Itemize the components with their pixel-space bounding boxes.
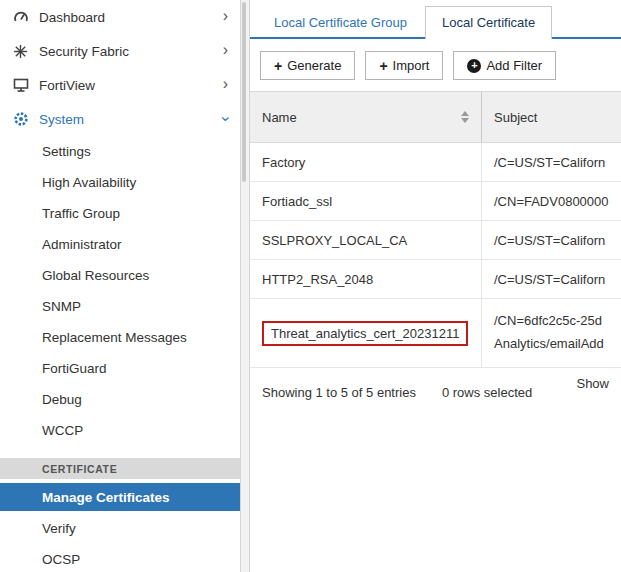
- cert-subject-cell: /C=US/ST=Californ: [482, 221, 621, 259]
- cert-name-cell: HTTP2_RSA_2048: [250, 260, 482, 298]
- showing-entries-text: Showing 1 to 5 of 5 entries: [262, 385, 416, 400]
- sidebar-item-label: Debug: [42, 392, 82, 407]
- sidebar-item-security-fabric[interactable]: Security Fabric ›: [0, 34, 240, 68]
- sidebar-item-manage-certificates[interactable]: Manage Certificates: [0, 483, 240, 511]
- cert-name: SSLPROXY_LOCAL_CA: [262, 233, 407, 248]
- sidebar-item-debug[interactable]: Debug: [0, 384, 240, 415]
- add-filter-label: Add Filter: [486, 58, 542, 73]
- chevron-down-icon: ›: [217, 116, 233, 121]
- cert-subject-cell: /CN=FADV0800000: [482, 182, 621, 220]
- add-filter-button[interactable]: + Add Filter: [453, 51, 556, 80]
- generate-label: Generate: [287, 58, 341, 73]
- sidebar-item-snmp[interactable]: SNMP: [0, 291, 240, 322]
- cert-name-cell: SSLPROXY_LOCAL_CA: [250, 221, 482, 259]
- rows-selected-text: 0 rows selected: [442, 385, 532, 400]
- chevron-right-icon: ›: [223, 8, 228, 24]
- sidebar-item-label: WCCP: [42, 423, 83, 438]
- sidebar-item-label: Settings: [42, 144, 91, 159]
- sidebar-item-fortiguard[interactable]: FortiGuard: [0, 353, 240, 384]
- sidebar-item-replacement-messages[interactable]: Replacement Messages: [0, 322, 240, 353]
- sidebar-item-traffic-group[interactable]: Traffic Group: [0, 198, 240, 229]
- sidebar-item-label: Traffic Group: [42, 206, 120, 221]
- column-label-name: Name: [262, 110, 297, 125]
- plus-icon: +: [274, 59, 282, 73]
- show-entries-control[interactable]: Show: [576, 376, 609, 391]
- sidebar-item-label: Security Fabric: [39, 44, 223, 59]
- cert-subject-cell: /C=US/ST=Californ: [482, 143, 621, 181]
- sidebar-item-fortiview[interactable]: FortiView ›: [0, 68, 240, 102]
- circle-plus-icon: +: [467, 59, 481, 73]
- cert-name-cell: Factory: [250, 143, 482, 181]
- sidebar-item-label: Dashboard: [39, 10, 223, 25]
- column-header-subject[interactable]: Subject: [482, 92, 621, 142]
- sidebar-item-label: Global Resources: [42, 268, 149, 283]
- sidebar: Dashboard › Security Fabric › FortiView …: [0, 0, 240, 572]
- cert-name: Factory: [262, 155, 305, 170]
- sidebar-section-certificate: CERTIFICATE: [0, 458, 240, 479]
- table-row[interactable]: Threat_analytics_cert_20231211 /CN=6dfc2…: [250, 299, 621, 368]
- table-row[interactable]: SSLPROXY_LOCAL_CA /C=US/ST=Californ: [250, 221, 621, 260]
- sidebar-item-system[interactable]: System ›: [0, 102, 240, 136]
- import-button[interactable]: + Import: [365, 51, 443, 80]
- sidebar-item-label: FortiView: [39, 78, 223, 93]
- sidebar-item-dashboard[interactable]: Dashboard ›: [0, 0, 240, 34]
- highlight-annotation-box: Threat_analytics_cert_20231211: [262, 321, 468, 346]
- import-label: Import: [393, 58, 430, 73]
- toolbar: + Generate + Import + Add Filter: [250, 39, 621, 91]
- table-footer: Showing 1 to 5 of 5 entries 0 rows selec…: [250, 368, 621, 400]
- sort-icon[interactable]: [461, 111, 469, 123]
- sidebar-item-ocsp[interactable]: OCSP: [0, 544, 240, 572]
- gear-icon: [12, 111, 29, 128]
- tab-local-certificate-group[interactable]: Local Certificate Group: [258, 7, 423, 37]
- sidebar-item-label: OCSP: [42, 552, 80, 567]
- fortiview-monitor-icon: [12, 77, 29, 94]
- sidebar-item-label: Manage Certificates: [42, 490, 170, 505]
- cert-name: Threat_analytics_cert_20231211: [271, 326, 459, 341]
- app-window: Dashboard › Security Fabric › FortiView …: [0, 0, 621, 572]
- cert-subject-cell: /CN=6dfc2c5c-25d Analytics/emailAdd: [482, 299, 621, 367]
- sidebar-item-wccp[interactable]: WCCP: [0, 415, 240, 446]
- sidebar-item-administrator[interactable]: Administrator: [0, 229, 240, 260]
- generate-button[interactable]: + Generate: [260, 51, 355, 80]
- tab-bar: Local Certificate Group Local Certificat…: [250, 0, 621, 39]
- plus-glyph: +: [471, 60, 477, 71]
- table-header: Name Subject: [250, 91, 621, 143]
- chevron-right-icon: ›: [223, 76, 228, 92]
- sidebar-item-global-resources[interactable]: Global Resources: [0, 260, 240, 291]
- tab-local-certificate[interactable]: Local Certificate: [425, 6, 552, 39]
- table-row[interactable]: Factory /C=US/ST=Californ: [250, 143, 621, 182]
- sidebar-item-settings[interactable]: Settings: [0, 136, 240, 167]
- sidebar-item-high-availability[interactable]: High Availability: [0, 167, 240, 198]
- sidebar-item-label: Verify: [42, 521, 76, 536]
- table-row[interactable]: HTTP2_RSA_2048 /C=US/ST=Californ: [250, 260, 621, 299]
- main-content: Local Certificate Group Local Certificat…: [250, 0, 621, 572]
- sidebar-item-verify[interactable]: Verify: [0, 513, 240, 544]
- cert-name-cell: Fortiadc_ssl: [250, 182, 482, 220]
- sidebar-item-label: SNMP: [42, 299, 81, 314]
- cert-name-cell: Threat_analytics_cert_20231211: [250, 299, 482, 367]
- dashboard-gauge-icon: [12, 9, 29, 26]
- column-label-subject: Subject: [494, 110, 537, 125]
- sidebar-item-label: Replacement Messages: [42, 330, 187, 345]
- sidebar-item-label: Administrator: [42, 237, 122, 252]
- cert-subject-cell: /C=US/ST=Californ: [482, 260, 621, 298]
- scrollbar-thumb[interactable]: [242, 2, 246, 182]
- plus-icon: +: [379, 59, 387, 73]
- sidebar-item-label: System: [39, 112, 223, 127]
- security-fabric-icon: [12, 43, 29, 60]
- sidebar-item-label: High Availability: [42, 175, 136, 190]
- chevron-right-icon: ›: [223, 42, 228, 58]
- sidebar-item-label: FortiGuard: [42, 361, 107, 376]
- cert-name: Fortiadc_ssl: [262, 194, 332, 209]
- subject-line-1: /CN=6dfc2c5c-25d: [494, 310, 602, 333]
- sidebar-scrollbar[interactable]: [240, 0, 250, 572]
- subject-line-2: Analytics/emailAdd: [494, 333, 604, 356]
- cert-name: HTTP2_RSA_2048: [262, 272, 373, 287]
- column-header-name[interactable]: Name: [250, 92, 482, 142]
- table-row[interactable]: Fortiadc_ssl /CN=FADV0800000: [250, 182, 621, 221]
